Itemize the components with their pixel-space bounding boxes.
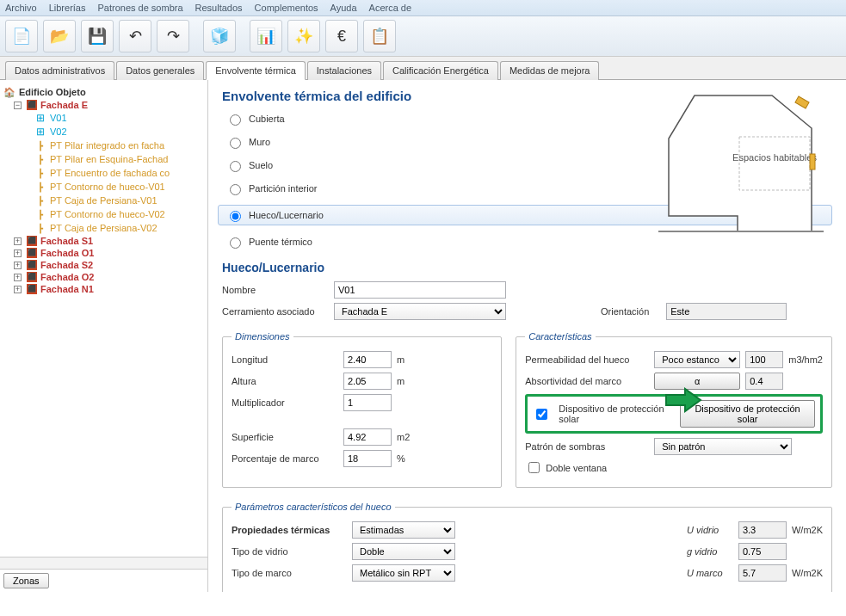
zonas-button[interactable]: Zonas [3,573,49,588]
patron-select[interactable]: Sin patrón [654,438,792,455]
window-icon: ⊞ [34,112,46,124]
facade-icon: ⬛ [27,284,37,294]
subsection-title: Hueco/Lucernario [222,261,832,274]
svg-marker-0 [669,95,812,231]
sidebar: Edificio Objeto −⬛Fachada E ⊞V01 ⊞V02 PT… [0,80,208,592]
tab-datos-admin[interactable]: Datos administrativos [5,61,114,80]
tmar-select[interactable]: Metálico sin RPT [352,564,455,582]
expand-icon[interactable]: + [14,286,22,293]
tree-fachada-o1[interactable]: +⬛Fachada O1 [3,247,204,259]
abs-value [745,373,783,390]
facade-icon: ⬛ [27,100,37,110]
tree-root[interactable]: Edificio Objeto [3,85,204,99]
tab-bar: Datos administrativos Datos generales En… [0,57,846,80]
perm-select[interactable]: Poco estanco [654,351,740,368]
prop-select[interactable]: Estimadas [352,521,455,539]
parametros-group: Parámetros característicos del hueco Pro… [222,502,832,592]
menu-acerca[interactable]: Acerca de [369,3,412,13]
tree-fachada-s2[interactable]: +⬛Fachada S2 [3,259,204,271]
tb-save[interactable]: 💾 [81,20,114,52]
building-icon [3,86,15,98]
tree-v02[interactable]: ⊞V02 [3,125,204,139]
tree-pt-7[interactable]: PT Caja de Persiana-V02 [3,221,204,235]
bridge-icon [34,222,46,234]
tb-new[interactable]: 📄 [5,20,38,52]
svg-rect-3 [810,154,815,169]
menu-patrones[interactable]: Patrones de sombra [97,3,182,13]
tb-report[interactable]: 📋 [363,20,396,52]
collapse-icon[interactable]: − [14,102,22,109]
bridge-icon [34,139,46,151]
tree-pt-4[interactable]: PT Contorno de hueco-V01 [3,180,204,194]
orient-input [666,303,787,320]
content-panel: Envolvente térmica del edificio Espacios… [208,80,846,592]
superficie-input[interactable] [343,428,392,446]
tb-euro[interactable]: € [325,20,358,52]
uvid-value [738,521,787,539]
expand-icon[interactable]: + [14,237,22,245]
tree-fachada-n1[interactable]: +⬛Fachada N1 [3,283,204,295]
tree-pt-5[interactable]: PT Caja de Persiana-V01 [3,194,204,207]
tab-calificacion[interactable]: Calificación Energética [383,61,498,80]
menu-librerias[interactable]: Librerías [49,3,86,13]
tree-fachada-o2[interactable]: +⬛Fachada O2 [3,271,204,283]
bridge-icon [34,208,46,220]
facade-icon: ⬛ [27,272,37,282]
gvid-value [738,543,787,560]
pmarco-input[interactable] [343,450,392,467]
menu-resultados[interactable]: Resultados [195,3,243,13]
tree-hscroll[interactable] [0,557,207,569]
mult-input[interactable] [343,394,392,411]
toolbar: 📄 📂 💾 ↶ ↷ 🧊 📊 ✨ € 📋 [0,16,846,57]
bridge-icon [34,153,46,165]
perm-value [745,351,783,368]
tvid-select[interactable]: Doble [352,543,455,560]
tree-v01[interactable]: ⊞V01 [3,111,204,125]
tree-pt-3[interactable]: PT Encuentro de fachada co [3,166,204,180]
nombre-input[interactable] [334,281,506,299]
svg-marker-6 [666,389,701,411]
menu-bar: Archivo Librerías Patrones de sombra Res… [0,0,846,16]
tab-instalaciones[interactable]: Instalaciones [307,61,381,80]
tb-wizard[interactable]: ✨ [287,20,320,52]
building-diagram: Espacios habitables [643,87,832,242]
tab-medidas[interactable]: Medidas de mejora [500,61,600,80]
tree-fachada-e[interactable]: −⬛Fachada E [3,99,204,111]
menu-complementos[interactable]: Complementos [255,3,318,13]
nombre-label: Nombre [222,285,334,295]
umar-value [738,564,787,582]
tb-3d[interactable]: 🧊 [203,20,236,52]
tree-pt-6[interactable]: PT Contorno de hueco-V02 [3,207,204,221]
bridge-icon [34,181,46,193]
tree-fachada-s1[interactable]: +⬛Fachada S1 [3,235,204,247]
tb-redo[interactable]: ↷ [157,20,189,52]
facade-icon: ⬛ [27,260,37,270]
menu-ayuda[interactable]: Ayuda [330,3,357,13]
svg-text:Espacios habitables: Espacios habitables [732,152,817,163]
disp-checkbox[interactable] [536,409,547,420]
expand-icon[interactable]: + [14,249,22,257]
highlight-arrow-icon [664,387,702,413]
doble-checkbox[interactable] [528,462,540,473]
tab-datos-gen[interactable]: Datos generales [116,61,204,80]
bridge-icon [34,194,46,206]
tree[interactable]: Edificio Objeto −⬛Fachada E ⊞V01 ⊞V02 PT… [0,80,207,557]
tab-envolvente[interactable]: Envolvente térmica [206,61,306,80]
disp-label: Dispositivo de protección solar [559,403,671,424]
altura-input[interactable] [343,373,392,390]
cerr-label: Cerramiento asociado [222,306,334,317]
window-icon: ⊞ [34,126,46,138]
expand-icon[interactable]: + [14,274,22,281]
tb-rating[interactable]: 📊 [250,20,282,52]
cerr-select[interactable]: Fachada E [334,303,506,320]
expand-icon[interactable]: + [14,262,22,269]
orient-label: Orientación [601,306,649,317]
tb-open[interactable]: 📂 [43,20,76,52]
tree-pt-2[interactable]: PT Pilar en Esquina-Fachad [3,152,204,166]
facade-icon: ⬛ [27,248,37,258]
menu-archivo[interactable]: Archivo [5,3,37,13]
tb-undo[interactable]: ↶ [119,20,151,52]
longitud-input[interactable] [343,351,392,368]
facade-icon: ⬛ [27,236,37,246]
tree-pt-1[interactable]: PT Pilar integrado en facha [3,139,204,152]
